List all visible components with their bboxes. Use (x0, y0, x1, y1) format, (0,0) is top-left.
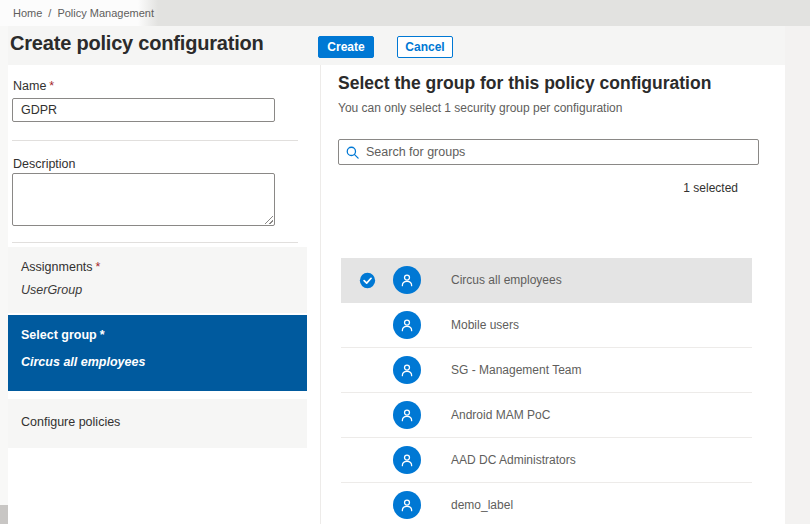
description-field-wrap (12, 173, 275, 226)
group-picker-panel: Select the group for this policy configu… (320, 65, 785, 524)
group-picker-title: Select the group for this policy configu… (338, 73, 711, 94)
search-icon (345, 145, 360, 160)
group-name: demo_label (451, 498, 513, 512)
group-row-circus-all-employees[interactable]: Circus all employees (341, 258, 752, 303)
divider (12, 140, 298, 141)
right-gutter (785, 26, 810, 524)
breadcrumb-policy-management[interactable]: Policy Management (57, 7, 154, 19)
group-avatar-icon (393, 311, 421, 339)
group-avatar-icon (393, 491, 421, 519)
cancel-button[interactable]: Cancel (397, 36, 453, 58)
group-name: Circus all employees (451, 273, 562, 287)
create-button[interactable]: Create (318, 36, 374, 58)
group-row-sg-management-team[interactable]: SG - Management Team (341, 348, 752, 393)
name-input[interactable] (12, 98, 275, 122)
group-name: Android MAM PoC (451, 408, 550, 422)
group-avatar-icon (393, 446, 421, 474)
description-label: Description (13, 157, 76, 171)
select-group-label-text: Select group (21, 328, 97, 342)
step-assignments[interactable]: Assignments* UserGroup (8, 247, 307, 313)
group-row-mobile-users[interactable]: Mobile users (341, 303, 752, 348)
group-picker-subtitle: You can only select 1 security group per… (338, 101, 622, 115)
policy-form-panel: Name* Description Assignments* UserGroup… (8, 65, 307, 524)
group-row-aad-dc-administrators[interactable]: AAD DC Administrators (341, 438, 752, 483)
select-group-label: Select group* (21, 328, 105, 342)
description-input[interactable] (12, 173, 275, 226)
required-asterisk: * (49, 79, 54, 93)
group-row-demo-label[interactable]: demo_label (341, 483, 752, 524)
breadcrumb-separator: / (48, 7, 51, 19)
required-asterisk: * (100, 328, 105, 342)
group-name: SG - Management Team (451, 363, 582, 377)
assignments-label: Assignments* (21, 260, 100, 274)
name-label: Name* (13, 79, 54, 93)
group-avatar-icon (393, 356, 421, 384)
group-avatar-icon (393, 266, 421, 294)
page-title: Create policy configuration (10, 32, 264, 55)
selected-check-icon (359, 272, 376, 289)
step-configure-policies[interactable]: Configure policies (8, 399, 307, 448)
breadcrumb-home[interactable]: Home (13, 7, 42, 19)
name-label-text: Name (13, 79, 46, 93)
required-asterisk: * (96, 260, 101, 274)
group-list: Circus all employees Mobile users (341, 258, 752, 524)
divider (12, 242, 298, 243)
assignments-label-text: Assignments (21, 260, 93, 274)
configure-policies-label: Configure policies (21, 415, 120, 429)
step-select-group[interactable]: Select group* Circus all employees (8, 315, 307, 391)
select-group-value: Circus all employees (21, 355, 145, 369)
group-search-box (338, 139, 759, 165)
group-search-input[interactable] (366, 145, 752, 159)
create-policy-page: Home / Policy Management Create policy c… (0, 0, 810, 524)
group-row-android-mam-poc[interactable]: Android MAM PoC (341, 393, 752, 438)
scrollbar-thumb[interactable] (0, 505, 8, 524)
assignments-value: UserGroup (21, 283, 82, 297)
group-name: Mobile users (451, 318, 519, 332)
group-avatar-icon (393, 401, 421, 429)
selected-count: 1 selected (338, 181, 738, 195)
group-name: AAD DC Administrators (451, 453, 576, 467)
left-gutter (0, 26, 8, 524)
breadcrumb: Home / Policy Management (0, 0, 810, 26)
